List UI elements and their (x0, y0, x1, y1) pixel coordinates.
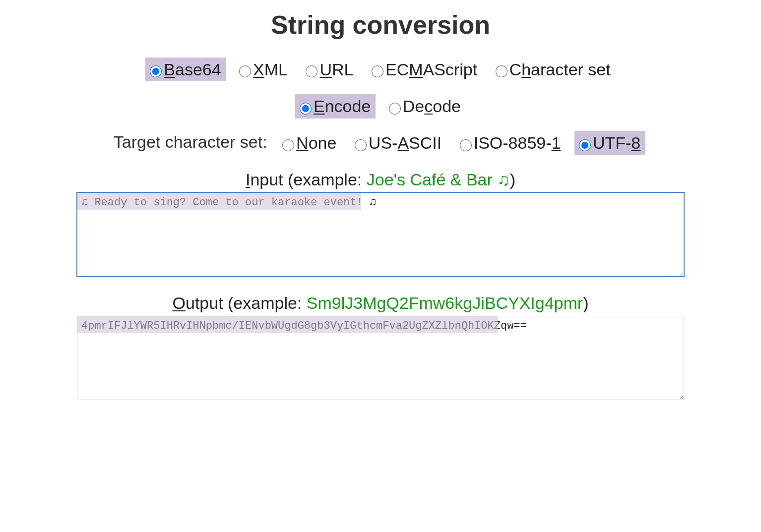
charset-option-utf8[interactable]: UTF-8 (574, 131, 645, 155)
page-title: String conversion (0, 10, 761, 40)
direction-label-key-decode: c (424, 97, 433, 116)
mode-radio-charset[interactable] (496, 65, 507, 77)
input-textarea[interactable] (77, 192, 684, 277)
input-example-link[interactable]: Joe's Café & Bar ♫ (367, 170, 510, 189)
direction-radio-encode[interactable] (300, 103, 312, 115)
mode-row: Base64 XML URL ECMAScript Character set (0, 55, 761, 81)
charset-radio-utf8[interactable] (579, 139, 591, 151)
charset-option-ascii[interactable]: US-ASCII (350, 131, 446, 155)
charset-row: Target character set: None US-ASCII ISO-… (0, 128, 761, 155)
mode-label-post-xml: ML (264, 60, 288, 79)
charset-label-key-none: N (296, 133, 309, 152)
direction-label-post-encode: ncode (325, 97, 371, 116)
charset-label-key-ascii: A (397, 133, 409, 152)
direction-label-key-encode: E (314, 97, 325, 116)
mode-label-post-url: RL (332, 60, 353, 79)
input-section-title: Input (example: Joe's Café & Bar ♫) (0, 170, 761, 189)
charset-label-pre-utf8: UTF- (593, 133, 631, 152)
output-label-close: ) (583, 294, 588, 312)
mode-label-pre-charset: C (509, 60, 522, 79)
input-label-close: ) (510, 170, 515, 189)
page-root: String conversion Base64 XML URL ECMAScr… (0, 0, 761, 402)
mode-label-post-charset: aracter set (531, 60, 611, 79)
direction-radio-decode[interactable] (389, 103, 401, 115)
mode-label-key-url: U (319, 60, 332, 79)
mode-label-key-xml: X (253, 60, 264, 79)
charset-label-key-iso: 1 (552, 133, 561, 152)
mode-radio-url[interactable] (306, 65, 317, 77)
output-textarea-wrap (77, 316, 684, 402)
mode-label-key-charset: h (521, 60, 531, 79)
mode-option-base64[interactable]: Base64 (145, 58, 226, 82)
direction-option-encode[interactable]: Encode (295, 94, 376, 118)
direction-label-pre-decode: De (403, 97, 424, 116)
output-section-title: Output (example: Sm9lJ3MgQ2Fmw6kgJiBCYXI… (0, 294, 761, 313)
mode-option-charset[interactable]: Character set (491, 58, 616, 82)
direction-row: Encode Decode (0, 91, 761, 118)
charset-label-post-ascii: SCII (409, 133, 442, 152)
output-label-rest: utput (example: (186, 294, 307, 312)
mode-radio-xml[interactable] (239, 65, 251, 77)
charset-option-none[interactable]: None (278, 131, 341, 155)
charset-label-key-utf8: 8 (631, 133, 640, 152)
charset-option-iso[interactable]: ISO-8859-1 (455, 131, 566, 155)
mode-label-pre-ecma: EC (385, 60, 409, 79)
mode-radio-ecma[interactable] (372, 65, 383, 77)
direction-label-post-decode: ode (433, 97, 461, 116)
direction-option-decode[interactable]: Decode (384, 94, 466, 118)
charset-label-post-none: one (309, 133, 337, 152)
charset-label: Target character set: (114, 132, 267, 151)
mode-label-post-ecma: AScript (423, 60, 478, 79)
mode-option-url[interactable]: URL (301, 58, 358, 82)
mode-label-key-base64: B (164, 60, 175, 79)
mode-label-post-base64: ase64 (175, 60, 221, 79)
charset-label-pre-ascii: US- (369, 133, 398, 152)
mode-option-ecma[interactable]: ECMAScript (367, 58, 482, 82)
output-label-key: O (173, 294, 186, 312)
charset-radio-none[interactable] (282, 139, 294, 151)
input-label-key: I (246, 170, 250, 189)
charset-label-pre-iso: ISO-8859- (474, 133, 552, 152)
mode-radio-base64[interactable] (150, 65, 162, 77)
input-textarea-wrap (77, 192, 684, 279)
charset-radio-ascii[interactable] (355, 139, 367, 151)
input-label-rest: nput (example: (250, 170, 366, 189)
charset-radio-iso[interactable] (460, 139, 472, 151)
mode-option-xml[interactable]: XML (235, 58, 293, 82)
output-textarea[interactable] (77, 316, 684, 400)
mode-label-key-ecma: M (409, 60, 423, 79)
output-example-link[interactable]: Sm9lJ3MgQ2Fmw6kgJiBCYXIg4pmr (307, 294, 583, 312)
